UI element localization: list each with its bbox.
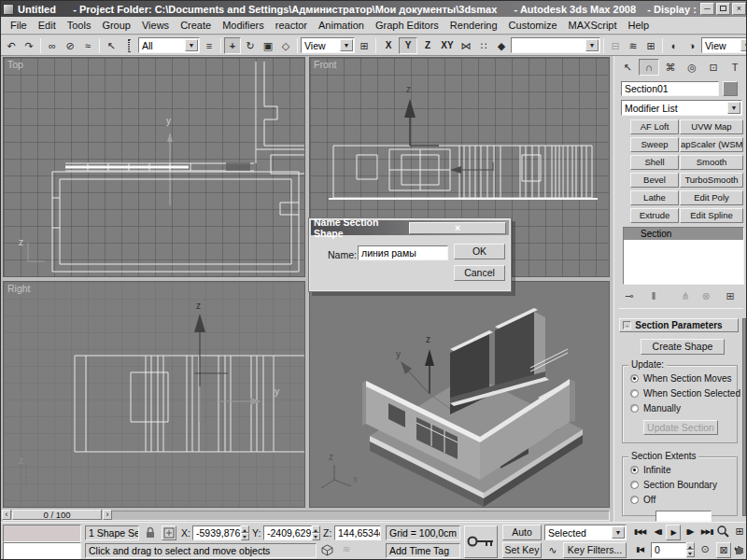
select-by-name-button[interactable]: ≡ — [201, 37, 218, 54]
set-key-button[interactable]: Set Key — [502, 542, 542, 558]
isolate-selection-icon[interactable] — [320, 543, 335, 558]
axis-constraint-y-button[interactable]: Y — [399, 37, 417, 54]
modifier-button-edit-spline[interactable]: Edit Spline — [680, 208, 743, 223]
object-name-field[interactable]: Section01 — [621, 81, 719, 96]
panel-scrollbar[interactable] — [742, 318, 746, 516]
viewport-label-right[interactable]: Right — [7, 283, 31, 294]
pan-view-button[interactable] — [732, 542, 747, 558]
tab-hierarchy[interactable]: ⌘ — [660, 59, 681, 76]
menu-modifiers[interactable]: Modifiers — [217, 18, 270, 33]
y-spinner[interactable] — [312, 525, 320, 540]
radio-infinite[interactable]: Infinite — [630, 465, 670, 475]
schematic-view-button[interactable]: ⊞ — [642, 37, 659, 54]
time-slider-next-button[interactable]: › — [103, 510, 112, 520]
modifier-button-edit-poly[interactable]: Edit Poly — [680, 190, 743, 205]
menu-graph-editors[interactable]: Graph Editors — [370, 18, 444, 33]
modifier-button-smooth[interactable]: Smooth — [680, 155, 743, 170]
configure-modifier-sets-icon[interactable]: ⊞ — [721, 288, 740, 304]
viewport-label-top[interactable]: Top — [7, 59, 23, 70]
viewport-label-front[interactable]: Front — [314, 59, 337, 70]
modifier-button-uvw-map[interactable]: UVW Map — [680, 119, 743, 134]
add-time-tag[interactable]: Add Time Tag — [386, 543, 460, 558]
use-pivot-center-button[interactable]: ⊞ — [356, 37, 373, 54]
go-to-end-button[interactable]: ▶▶▮ — [698, 525, 716, 540]
go-to-start-button[interactable]: ▮◀◀ — [630, 525, 649, 540]
rollout-section-parameters[interactable]: - Section Parameters — [619, 318, 739, 332]
stack-item-section[interactable]: Section — [624, 228, 743, 240]
modifier-button-bevel[interactable]: Bevel — [630, 173, 679, 188]
frame-spinner[interactable] — [686, 542, 695, 557]
pin-stack-icon[interactable]: ⊸ — [620, 288, 639, 304]
key-filters-button[interactable]: Key Filters... — [563, 542, 627, 558]
make-unique-icon[interactable]: ⋔ — [676, 288, 695, 304]
modifier-button-shell[interactable]: Shell — [630, 155, 679, 170]
material-editor-button[interactable]: ◐ — [666, 37, 683, 54]
ok-button[interactable]: OK — [454, 244, 505, 259]
play-button[interactable]: ▶ — [666, 525, 681, 540]
shape-name-input[interactable] — [358, 245, 448, 260]
modifier-button-extrude[interactable]: Extrude — [630, 208, 679, 223]
z-coordinate-field[interactable]: 144,6534c — [334, 525, 381, 540]
menu-maxscript[interactable]: MAXScript — [563, 18, 623, 33]
menu-tools[interactable]: Tools — [62, 18, 97, 33]
radio-when-section-selected[interactable]: When Section Selected — [630, 388, 740, 399]
bind-to-spacewarp-button[interactable]: ≈ — [79, 37, 96, 54]
rectangular-selection-button[interactable] — [120, 37, 137, 54]
select-and-manipulate-button[interactable]: ◇ — [277, 37, 294, 54]
modifier-list-dropdown[interactable]: Modifier List ▼ — [621, 100, 742, 116]
zoom-extents-all-button[interactable]: ⊞ — [732, 525, 747, 540]
menu-customize[interactable]: Customize — [503, 18, 563, 33]
curve-editor-button[interactable]: ≋ — [625, 37, 641, 54]
reference-coordinate-dropdown[interactable]: View ▼ — [301, 37, 355, 53]
modifier-button-af-loft[interactable]: AF Loft — [630, 119, 679, 134]
viewport-right[interactable]: Right z y z — [3, 281, 305, 508]
render-type-dropdown[interactable]: View ▼ — [701, 37, 747, 53]
menu-reactor[interactable]: reactor — [270, 18, 313, 33]
menu-help[interactable]: Help — [623, 18, 655, 33]
select-and-scale-button[interactable]: ▣ — [260, 37, 276, 54]
menu-create[interactable]: Create — [175, 18, 217, 33]
viewport-perspective[interactable]: z y z x — [309, 281, 610, 508]
degradation-override-icon[interactable]: ≋ — [339, 543, 354, 558]
modifier-button-turbosmooth[interactable]: TurboSmooth — [680, 173, 743, 188]
previous-frame-button[interactable]: ◀▮ — [651, 525, 665, 540]
axis-constraint-z-button[interactable]: Z — [418, 37, 437, 54]
selection-lock-icon[interactable] — [143, 525, 158, 540]
redo-button[interactable]: ↷ — [21, 37, 37, 54]
radio-off[interactable]: Off — [630, 495, 655, 505]
menu-group[interactable]: Group — [96, 18, 136, 33]
cancel-button[interactable]: Cancel — [454, 265, 505, 281]
time-slider-prev-button[interactable]: ‹ — [2, 510, 11, 520]
absolute-offset-toggle-button[interactable] — [162, 525, 176, 540]
modifier-stack-list[interactable]: Section — [623, 227, 744, 285]
show-end-result-icon[interactable]: ‖ — [644, 288, 663, 304]
tab-motion[interactable]: ◎ — [682, 59, 702, 76]
create-shape-button[interactable]: Create Shape — [641, 339, 725, 355]
viewport-top[interactable]: Top y z — [3, 57, 305, 277]
named-selection-sets-dropdown[interactable]: ▼ — [511, 37, 600, 53]
menu-animation[interactable]: Animation — [313, 18, 370, 33]
toggle-key-mode-button[interactable] — [464, 525, 498, 558]
layer-manager-button[interactable]: ⊟ — [607, 37, 624, 54]
menu-rendering[interactable]: Rendering — [444, 18, 503, 33]
time-configuration-button[interactable]: ⊙ — [698, 542, 712, 558]
dialog-close-button[interactable]: × — [409, 222, 506, 234]
auto-key-button[interactable]: Auto Key — [502, 525, 542, 540]
modifier-button-sweep[interactable]: Sweep — [630, 137, 679, 152]
close-button[interactable]: × — [732, 3, 746, 15]
radio-when-section-moves[interactable]: When Section Moves — [630, 373, 732, 384]
minimize-button[interactable]: ─ — [700, 3, 714, 15]
x-spinner[interactable] — [241, 525, 249, 540]
radio-manually[interactable]: Manually — [630, 403, 681, 413]
time-slider-handle[interactable]: 0 / 100 — [12, 510, 102, 520]
default-in-out-tangents-button[interactable]: ∿ — [544, 542, 561, 558]
next-frame-button[interactable]: ▮▶ — [683, 525, 697, 540]
region-zoom-button[interactable]: ⊠ — [716, 542, 731, 558]
selection-filter-dropdown[interactable]: All ▼ — [138, 37, 200, 53]
modifier-button-lathe[interactable]: Lathe — [630, 190, 679, 205]
key-mode-toggle-button[interactable]: ▮◀ — [630, 542, 649, 558]
unlink-selection-button[interactable]: ⊘ — [62, 37, 78, 54]
zoom-button[interactable] — [716, 525, 731, 540]
snap-toggle-button[interactable]: ∷ — [475, 37, 492, 54]
current-frame-field[interactable]: 0 — [651, 542, 686, 558]
